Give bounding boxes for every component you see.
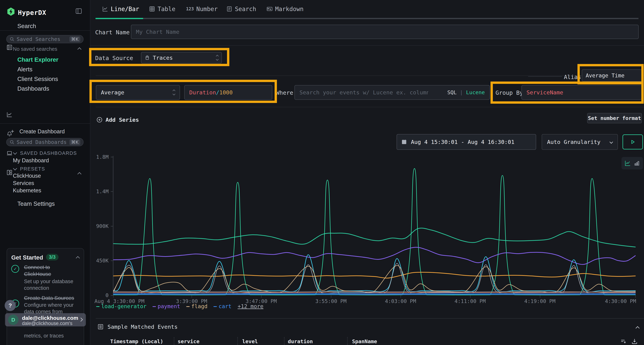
legend-item-flagd[interactable]: —flagd (186, 303, 207, 310)
tab-label: Search (235, 5, 256, 12)
set-number-format-label: Set number format (588, 115, 641, 121)
field-name: Duration (189, 89, 216, 96)
saved-dashboards-group-label[interactable]: SAVED DASHBOARDS (20, 150, 77, 156)
create-dashboard-label: Create Dashboard (19, 128, 64, 135)
column-header-spanname[interactable]: SpanName (352, 339, 377, 345)
divider (90, 45, 644, 45)
granularity-select[interactable]: Auto Granularity (542, 134, 618, 150)
tab-markdown[interactable]: Markdown (266, 0, 304, 18)
series-load-generator (113, 228, 636, 247)
data-source-select[interactable]: Traces (141, 52, 222, 63)
x-tick (113, 295, 114, 298)
table-options-icon[interactable] (620, 338, 627, 345)
collapse-section-icon[interactable] (636, 326, 640, 330)
column-separator[interactable] (174, 337, 174, 345)
column-separator[interactable] (237, 337, 238, 345)
add-series-button[interactable]: Add Series (96, 117, 139, 123)
sidebar-item-label: Client Sessions (17, 76, 58, 82)
query-language-toggle[interactable]: SQL | Lucene (447, 89, 485, 95)
laptop-icon (6, 150, 12, 156)
x-axis-label: 4:30:00 PM (605, 298, 636, 304)
tab-table[interactable]: Table (149, 0, 175, 18)
column-separator[interactable] (347, 337, 348, 345)
get-started-panel: Get Started 3/3 ✓ Connect to ClickHouse … (6, 248, 84, 345)
sidebar-item-label: Chart Explorer (17, 56, 58, 63)
create-dashboard-button[interactable]: + Create Dashboard (11, 128, 65, 135)
divider (96, 75, 644, 76)
get-started-progress-badge: 3/3 (46, 254, 58, 261)
where-input[interactable] (300, 89, 428, 96)
y-tick (111, 261, 113, 261)
add-series-label: Add Series (106, 117, 139, 123)
sidebar-item-my-dashboard[interactable]: My Dashboard (13, 157, 49, 164)
user-menu[interactable]: D dale@clickhouse.com dale@clickhouse.co… (5, 313, 86, 327)
legend-more-link[interactable]: +12 more (238, 303, 264, 310)
sidebar-item-chart-explorer[interactable]: Chart Explorer (0, 55, 90, 65)
y-tick (111, 295, 113, 296)
saved-dashboards-input[interactable]: Saved Dashboards ⌘K (6, 138, 84, 146)
chevron-down-icon[interactable] (13, 151, 17, 155)
x-tick (261, 295, 262, 298)
column-header-timestamp[interactable]: Timestamp (Local) (110, 339, 163, 345)
run-query-button[interactable] (622, 134, 643, 149)
sidebar-item-dashboards[interactable]: Dashboards (0, 84, 90, 94)
download-icon[interactable] (631, 338, 638, 345)
sidebar-item-services[interactable]: Services (13, 180, 34, 186)
column-header-service[interactable]: service (178, 339, 200, 345)
list-icon (98, 324, 104, 330)
chevron-down-icon[interactable] (13, 166, 17, 171)
where-field[interactable]: SQL | Lucene (294, 85, 490, 100)
y-tick (111, 226, 113, 227)
x-tick (192, 295, 192, 298)
group-by-field[interactable]: ServiceName (522, 85, 642, 100)
sidebar-item-clickhouse[interactable]: ClickHouse (13, 173, 41, 179)
sample-events-header[interactable]: Sample Matched Events (98, 324, 178, 330)
time-range-picker[interactable]: Aug 4 15:30:01 - Aug 4 16:30:01 (396, 134, 536, 150)
column-header-duration[interactable]: duration (288, 339, 313, 345)
aggregation-select[interactable]: Average (96, 85, 180, 100)
granularity-value: Auto Granularity (547, 139, 600, 145)
series-gray-spikes (113, 263, 636, 293)
chevron-up-icon (78, 47, 82, 51)
chart-name-field[interactable] (131, 25, 639, 39)
presets-group-label[interactable]: PRESETS (20, 166, 45, 172)
y-axis-label: 0 (88, 292, 108, 298)
sidebar-item-team-settings[interactable]: Team Settings (0, 199, 90, 209)
get-started-title: Get Started (11, 254, 43, 261)
tab-number[interactable]: 123 Number (186, 0, 218, 18)
column-separator[interactable] (284, 337, 284, 345)
legend-label: load-generator (101, 303, 146, 310)
chart-legend: —load-generator —payment —flagd —cart +1… (96, 303, 264, 310)
chart-name-input[interactable] (136, 28, 634, 35)
alias-field[interactable]: Average Time (582, 69, 642, 81)
legend-item-load-generator[interactable]: —load-generator (96, 303, 146, 310)
add-circle-icon (96, 117, 103, 123)
sidebar-collapse-icon[interactable] (75, 7, 82, 15)
tab-track (96, 18, 638, 19)
search-doc-icon (226, 6, 232, 12)
help-button[interactable]: ? (5, 300, 16, 311)
set-number-format-button[interactable]: Set number format (587, 113, 642, 123)
legend-item-cart[interactable]: —cart (214, 303, 232, 310)
get-started-item-title: Connect to ClickHouse (24, 264, 67, 278)
tab-search[interactable]: Search (226, 0, 256, 18)
series-flagd (113, 266, 636, 293)
get-started-item-desc: Configure where your data comes from (24, 302, 74, 315)
tab-label: Line/Bar (111, 5, 139, 12)
chevron-up-icon[interactable] (76, 256, 80, 260)
sidebar-item-alerts[interactable]: Alerts (0, 64, 90, 74)
column-header-level[interactable]: level (242, 339, 258, 345)
sql-option[interactable]: SQL (447, 89, 456, 95)
legend-item-payment[interactable]: —payment (152, 303, 180, 310)
field-expression-input[interactable]: Duration/1000 (184, 85, 272, 100)
sidebar-item-kubernetes[interactable]: Kubernetes (13, 187, 41, 194)
sidebar-item-label: Search (17, 23, 36, 29)
x-axis-label: 4:19:00 PM (524, 298, 556, 304)
chart-svg[interactable] (113, 157, 636, 295)
saved-searches-input[interactable]: Saved Searches ⌘K (6, 35, 84, 43)
sidebar-item-client-sessions[interactable]: Client Sessions (0, 74, 90, 84)
lucene-option[interactable]: Lucene (466, 89, 485, 95)
brand-row: HyperDX (0, 0, 90, 20)
sidebar-item-search[interactable]: Search (0, 21, 90, 31)
tab-line-bar[interactable]: Line/Bar (102, 0, 139, 18)
